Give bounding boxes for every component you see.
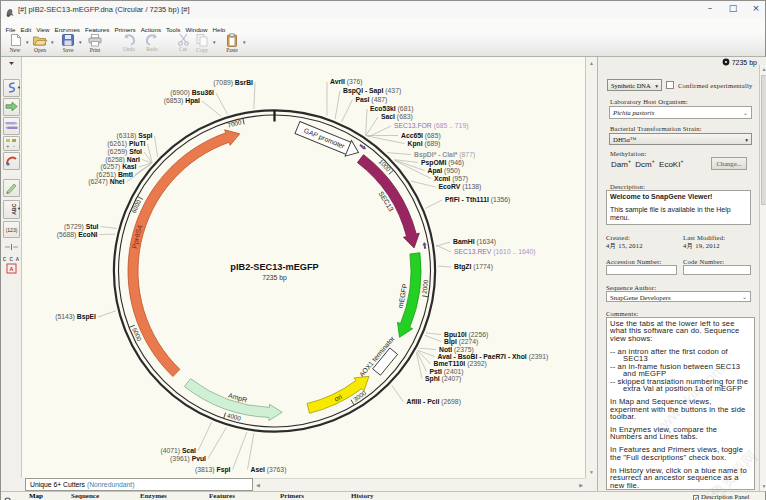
show-primers-button[interactable] (3, 117, 20, 135)
tab-sequence[interactable]: Sequence (71, 492, 99, 500)
scroll-down-icon[interactable]: ▼ (760, 484, 766, 489)
enzyme-label-BsrBI[interactable]: (7089) BsrBI (213, 79, 253, 87)
leader-Bsu36I (216, 93, 228, 114)
show-labels-button[interactable]: ABC▾ (3, 200, 20, 219)
leader-FspI (233, 432, 247, 469)
map-vertical-scrollbar[interactable]: ▲ ▼ (585, 57, 597, 478)
enzyme-label-SacI[interactable]: SacI (683) (381, 113, 413, 121)
primer-SEC13-REV[interactable] (425, 245, 426, 249)
strain-dropdown[interactable]: DH5α™▾ (609, 133, 752, 145)
enzyme-label-XcmI[interactable]: XcmI (957) (434, 175, 468, 183)
tab-primers[interactable]: Primers (280, 492, 304, 500)
tab-features[interactable]: Features (209, 492, 235, 500)
enzyme-set-chooser[interactable]: Unique 6+ Cutters (Nonredundant) (25, 478, 253, 491)
tab-map[interactable]: Map (29, 492, 43, 500)
enzyme-label-Acc65I[interactable]: Acc65I (685) (401, 132, 441, 140)
chevron-down-icon[interactable]: ▾ (18, 85, 20, 90)
enzyme-label-StuI[interactable]: (5729) StuI (64, 223, 98, 231)
enzyme-label-Bsu36I[interactable]: (6900) Bsu36I (170, 89, 214, 97)
author-label: Sequence Author: (606, 284, 656, 291)
minimize-button[interactable]: – (702, 1, 718, 17)
titlebar[interactable]: [#] pIB2-SEC13-mEGFP.dna (Circular / 723… (1, 1, 765, 18)
leader-BspEI (98, 311, 116, 317)
confirmed-label: Confirmed experimentally (678, 82, 753, 89)
maximize-button[interactable]: □ (725, 1, 741, 17)
comment-paragraph: In History view, click on a blue name to… (610, 467, 751, 489)
code-number-input[interactable] (683, 265, 751, 275)
sequence-type-dropdown[interactable]: Synthetic DNA▾ (607, 79, 662, 91)
codon-display-button[interactable]: C C AA (3, 255, 20, 281)
enzyme-label-BspEI[interactable]: (5143) BspEI (55, 313, 96, 321)
show-features-button[interactable] (3, 98, 20, 116)
open-button[interactable]: Open (28, 33, 52, 56)
comments-box[interactable]: Use the tabs at the lower left to see wh… (606, 317, 755, 490)
description-box[interactable]: Welcome to SnapGene Viewer! This sample … (606, 190, 751, 225)
scroll-up-icon[interactable]: ▲ (760, 67, 766, 72)
close-button[interactable]: × (748, 1, 764, 17)
enzyme-label-PasI[interactable]: PasI (487) (356, 96, 388, 104)
enzyme-label-SphI[interactable]: SphI (2407) (425, 375, 461, 383)
show-translations-button[interactable]: +- (3, 136, 20, 151)
search-icon[interactable] (4, 492, 13, 500)
scroll-down-icon[interactable]: ▼ (586, 469, 597, 475)
change-methylation-button[interactable]: Change... (711, 157, 747, 170)
enzyme-label-SspI[interactable]: (6318) SspI (117, 132, 153, 140)
tab-history[interactable]: History (351, 492, 374, 500)
enzyme-label-NheI[interactable]: (6247) NheI (88, 178, 124, 186)
enzyme-label-PflFI-Tth111I[interactable]: PflFI - Tth111I (1356) (445, 196, 510, 204)
show-enzymes-button[interactable]: ▾ (3, 79, 20, 97)
new-button[interactable]: New (3, 33, 27, 56)
show-numbering-button[interactable]: (123) (3, 221, 20, 238)
leader-HpaI (202, 101, 221, 116)
enzyme-label-PvuI[interactable]: (3961) PvuI (170, 455, 206, 463)
paste-button[interactable]: Paste (220, 33, 244, 56)
enzyme-label-PspOMI[interactable]: PspOMI (946) (421, 159, 464, 167)
author-select[interactable]: SnapGene Developers ⌄ (606, 291, 751, 302)
enzyme-label-KpnI[interactable]: KpnI (689) (408, 140, 441, 148)
enzyme-label-BspDI-ClaI-[interactable]: BspDI* - ClaI* (877) (414, 151, 475, 159)
panel-vertical-scrollbar[interactable]: ▲ ▼ (759, 65, 766, 491)
enzyme-label-BtgZI[interactable]: BtgZI (1774) (454, 263, 493, 271)
add-primer-button[interactable] (3, 179, 20, 197)
show-orfs-button[interactable] (3, 152, 20, 170)
print-button[interactable]: Print (83, 33, 107, 56)
confirmed-checkbox[interactable] (666, 81, 674, 89)
enzyme-set-chooser-arrow-button[interactable] (3, 60, 20, 68)
enzyme-label-BlpI[interactable]: BlpI (2274) (444, 338, 478, 346)
comment-paragraph: In Enzymes view, compare the Numbers and… (610, 426, 751, 441)
scroll-left-icon[interactable]: ◀ (256, 482, 260, 488)
enzyme-label-AvrII[interactable]: AvrII (376) (330, 78, 363, 86)
enzyme-label-HpaI[interactable]: (6853) HpaI (164, 97, 200, 105)
tick-1000 (389, 170, 394, 174)
primer-label-SEC13-FOR[interactable]: SEC13.FOR (685 .. 719) (394, 122, 468, 130)
chevron-down-icon[interactable]: ▾ (18, 206, 20, 211)
tick-style-button[interactable] (3, 243, 20, 252)
primer-label-SEC13-REV[interactable]: SEC13.REV (1610 .. 1640) (454, 248, 536, 256)
host-organism-label: Laboratory Host Organism: (610, 98, 688, 105)
host-organism-select[interactable]: Pichia pastoris ⌄ (609, 106, 752, 119)
accession-input[interactable] (606, 265, 677, 275)
enzyme-label-Eco53kI[interactable]: Eco53kI (681) (370, 105, 413, 113)
enzyme-label-AseI[interactable]: AseI (3763) (251, 466, 287, 474)
save-button[interactable]: Save (56, 33, 80, 56)
redo-button: Redo (140, 33, 164, 56)
enzyme-label-BspQI-SapI[interactable]: BspQI - SapI (437) (343, 87, 401, 95)
scroll-right-icon[interactable]: ▶ (579, 482, 583, 488)
scroll-up-icon[interactable]: ▲ (586, 60, 597, 66)
scrollbar-thumb[interactable] (761, 75, 766, 205)
leader-BsrBI (254, 83, 255, 109)
view-tabbar: MapSequenceEnzymesFeaturesPrimersHistory… (1, 491, 765, 500)
menubar: FileEditViewEnzymesFeaturesPrimersAction… (1, 18, 765, 32)
enzyme-label-BamHI[interactable]: BamHI (1634) (453, 238, 496, 246)
primer-SEC13-FOR[interactable] (360, 145, 363, 147)
feature-PpHIS4[interactable] (128, 130, 240, 377)
enzyme-label-EcoRV[interactable]: EcoRV (1138) (439, 183, 482, 191)
tab-enzymes[interactable]: Enzymes (140, 492, 167, 500)
map-horizontal-scrollbar[interactable]: ◀ ▶ (254, 478, 585, 491)
enzyme-label-AflIII-PciI[interactable]: AflIII - PciI (2698) (407, 398, 461, 406)
enzyme-label-EcoNI[interactable]: (5688) EcoNI (57, 231, 98, 239)
enzyme-label-FspI[interactable]: (3813) FspI (195, 466, 231, 474)
description-panel-checkbox[interactable]: ✓Description Panel (693, 492, 750, 500)
enzyme-label-ApaI[interactable]: ApaI (950) (428, 167, 461, 175)
enzyme-label-PluTI[interactable]: (6261) PluTI (107, 140, 145, 148)
